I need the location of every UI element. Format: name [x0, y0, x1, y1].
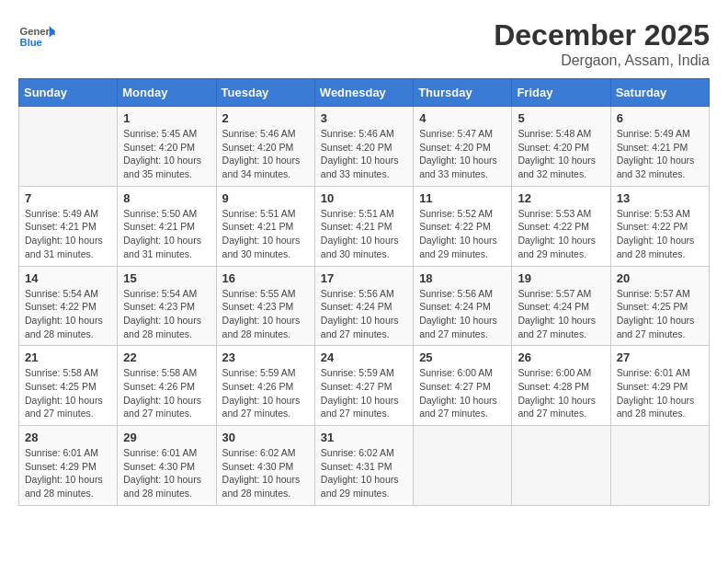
calendar-cell: 7Sunrise: 5:49 AMSunset: 4:21 PMDaylight…	[19, 186, 118, 266]
calendar-cell: 2Sunrise: 5:46 AMSunset: 4:20 PMDaylight…	[216, 107, 314, 187]
calendar-cell	[512, 426, 610, 506]
header-tuesday: Tuesday	[216, 79, 314, 107]
calendar-cell: 26Sunrise: 6:00 AMSunset: 4:28 PMDayligh…	[512, 346, 610, 426]
day-number: 2	[222, 111, 309, 125]
calendar-cell: 9Sunrise: 5:51 AMSunset: 4:21 PMDaylight…	[216, 186, 314, 266]
location: Dergaon, Assam, India	[494, 52, 710, 69]
calendar-cell: 11Sunrise: 5:52 AMSunset: 4:22 PMDayligh…	[414, 186, 512, 266]
day-number: 30	[222, 431, 309, 444]
day-info: Sunrise: 5:57 AMSunset: 4:24 PMDaylight:…	[518, 287, 604, 341]
day-info: Sunrise: 5:56 AMSunset: 4:24 PMDaylight:…	[419, 287, 506, 341]
day-info: Sunrise: 5:59 AMSunset: 4:26 PMDaylight:…	[222, 366, 309, 420]
day-info: Sunrise: 5:54 AMSunset: 4:23 PMDaylight:…	[123, 287, 210, 341]
day-number: 25	[419, 350, 506, 364]
calendar-table: SundayMondayTuesdayWednesdayThursdayFrid…	[18, 78, 710, 506]
day-number: 11	[419, 191, 506, 205]
calendar-cell: 6Sunrise: 5:49 AMSunset: 4:21 PMDaylight…	[610, 107, 709, 187]
calendar-cell: 25Sunrise: 6:00 AMSunset: 4:27 PMDayligh…	[414, 346, 512, 426]
calendar-cell: 19Sunrise: 5:57 AMSunset: 4:24 PMDayligh…	[512, 266, 610, 346]
week-row-4: 21Sunrise: 5:58 AMSunset: 4:25 PMDayligh…	[19, 346, 710, 426]
day-info: Sunrise: 5:59 AMSunset: 4:27 PMDaylight:…	[321, 366, 407, 420]
day-info: Sunrise: 5:57 AMSunset: 4:25 PMDaylight:…	[617, 287, 703, 341]
day-number: 15	[123, 271, 210, 285]
day-info: Sunrise: 5:51 AMSunset: 4:21 PMDaylight:…	[321, 207, 407, 261]
header-wednesday: Wednesday	[314, 79, 413, 107]
day-number: 20	[617, 271, 703, 285]
calendar-cell: 29Sunrise: 6:01 AMSunset: 4:30 PMDayligh…	[118, 426, 216, 506]
day-number: 21	[25, 350, 111, 364]
day-number: 24	[321, 350, 407, 364]
day-info: Sunrise: 5:58 AMSunset: 4:26 PMDaylight:…	[123, 366, 210, 420]
calendar-cell: 4Sunrise: 5:47 AMSunset: 4:20 PMDaylight…	[414, 107, 512, 187]
logo: General Blue	[18, 18, 55, 55]
day-number: 26	[518, 350, 604, 364]
header-monday: Monday	[118, 79, 216, 107]
header-saturday: Saturday	[610, 79, 709, 107]
day-number: 3	[321, 111, 407, 125]
day-info: Sunrise: 5:47 AMSunset: 4:20 PMDaylight:…	[419, 127, 506, 181]
day-info: Sunrise: 5:58 AMSunset: 4:25 PMDaylight:…	[25, 366, 111, 420]
day-number: 1	[123, 111, 210, 125]
svg-text:Blue: Blue	[20, 37, 42, 48]
calendar-cell	[414, 426, 512, 506]
day-info: Sunrise: 6:01 AMSunset: 4:29 PMDaylight:…	[617, 366, 703, 420]
calendar-cell: 8Sunrise: 5:50 AMSunset: 4:21 PMDaylight…	[118, 186, 216, 266]
calendar-cell: 18Sunrise: 5:56 AMSunset: 4:24 PMDayligh…	[414, 266, 512, 346]
month-title: December 2025	[494, 18, 710, 52]
day-info: Sunrise: 6:00 AMSunset: 4:28 PMDaylight:…	[518, 366, 604, 420]
day-number: 23	[222, 350, 309, 364]
day-info: Sunrise: 5:53 AMSunset: 4:22 PMDaylight:…	[617, 207, 703, 261]
calendar-cell: 31Sunrise: 6:02 AMSunset: 4:31 PMDayligh…	[314, 426, 413, 506]
week-row-2: 7Sunrise: 5:49 AMSunset: 4:21 PMDaylight…	[19, 186, 710, 266]
day-info: Sunrise: 5:49 AMSunset: 4:21 PMDaylight:…	[617, 127, 703, 181]
day-info: Sunrise: 5:53 AMSunset: 4:22 PMDaylight:…	[518, 207, 604, 261]
calendar-cell	[19, 107, 118, 187]
day-info: Sunrise: 5:54 AMSunset: 4:22 PMDaylight:…	[25, 287, 111, 341]
day-info: Sunrise: 5:48 AMSunset: 4:20 PMDaylight:…	[518, 127, 604, 181]
day-number: 28	[25, 431, 111, 444]
day-info: Sunrise: 5:55 AMSunset: 4:23 PMDaylight:…	[222, 287, 309, 341]
week-row-1: 1Sunrise: 5:45 AMSunset: 4:20 PMDaylight…	[19, 107, 710, 187]
day-number: 9	[222, 191, 309, 205]
day-number: 16	[222, 271, 309, 285]
day-info: Sunrise: 5:51 AMSunset: 4:21 PMDaylight:…	[222, 207, 309, 261]
day-info: Sunrise: 6:02 AMSunset: 4:31 PMDaylight:…	[321, 446, 407, 500]
day-number: 4	[419, 111, 506, 125]
header-thursday: Thursday	[414, 79, 512, 107]
day-info: Sunrise: 5:56 AMSunset: 4:24 PMDaylight:…	[321, 287, 407, 341]
day-number: 31	[321, 431, 407, 444]
calendar-cell: 3Sunrise: 5:46 AMSunset: 4:20 PMDaylight…	[314, 107, 413, 187]
day-number: 10	[321, 191, 407, 205]
week-row-3: 14Sunrise: 5:54 AMSunset: 4:22 PMDayligh…	[19, 266, 710, 346]
calendar-cell: 30Sunrise: 6:02 AMSunset: 4:30 PMDayligh…	[216, 426, 314, 506]
day-info: Sunrise: 5:52 AMSunset: 4:22 PMDaylight:…	[419, 207, 506, 261]
calendar-cell: 5Sunrise: 5:48 AMSunset: 4:20 PMDaylight…	[512, 107, 610, 187]
calendar-header-row: SundayMondayTuesdayWednesdayThursdayFrid…	[19, 79, 710, 107]
day-number: 6	[617, 111, 703, 125]
calendar-body: 1Sunrise: 5:45 AMSunset: 4:20 PMDaylight…	[19, 107, 710, 506]
title-block: December 2025 Dergaon, Assam, India	[494, 18, 710, 69]
header-sunday: Sunday	[19, 79, 118, 107]
calendar-cell: 10Sunrise: 5:51 AMSunset: 4:21 PMDayligh…	[314, 186, 413, 266]
day-info: Sunrise: 6:01 AMSunset: 4:29 PMDaylight:…	[25, 446, 111, 500]
day-info: Sunrise: 6:01 AMSunset: 4:30 PMDaylight:…	[123, 446, 210, 500]
day-info: Sunrise: 6:02 AMSunset: 4:30 PMDaylight:…	[222, 446, 309, 500]
day-number: 29	[123, 431, 210, 444]
day-number: 18	[419, 271, 506, 285]
calendar-cell: 1Sunrise: 5:45 AMSunset: 4:20 PMDaylight…	[118, 107, 216, 187]
day-number: 13	[617, 191, 703, 205]
day-info: Sunrise: 6:00 AMSunset: 4:27 PMDaylight:…	[419, 366, 506, 420]
day-info: Sunrise: 5:46 AMSunset: 4:20 PMDaylight:…	[321, 127, 407, 181]
day-number: 17	[321, 271, 407, 285]
week-row-5: 28Sunrise: 6:01 AMSunset: 4:29 PMDayligh…	[19, 426, 710, 506]
calendar-cell: 14Sunrise: 5:54 AMSunset: 4:22 PMDayligh…	[19, 266, 118, 346]
day-number: 19	[518, 271, 604, 285]
calendar-cell: 21Sunrise: 5:58 AMSunset: 4:25 PMDayligh…	[19, 346, 118, 426]
calendar-cell: 22Sunrise: 5:58 AMSunset: 4:26 PMDayligh…	[118, 346, 216, 426]
calendar-cell: 17Sunrise: 5:56 AMSunset: 4:24 PMDayligh…	[314, 266, 413, 346]
calendar-cell: 23Sunrise: 5:59 AMSunset: 4:26 PMDayligh…	[216, 346, 314, 426]
calendar-cell: 28Sunrise: 6:01 AMSunset: 4:29 PMDayligh…	[19, 426, 118, 506]
calendar-cell	[610, 426, 709, 506]
day-number: 22	[123, 350, 210, 364]
calendar-cell: 12Sunrise: 5:53 AMSunset: 4:22 PMDayligh…	[512, 186, 610, 266]
